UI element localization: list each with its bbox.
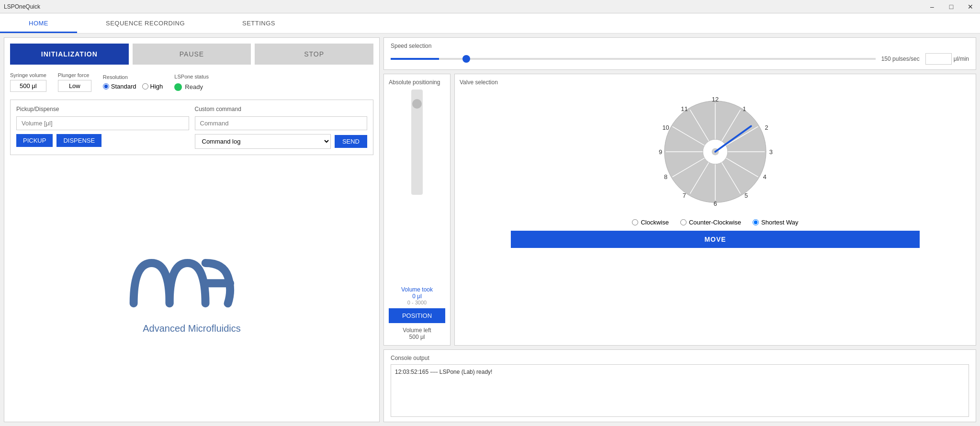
valve-label: Valve selection [460, 79, 971, 86]
title-bar: LSPOneQuick – □ ✕ [0, 0, 980, 13]
abs-pos-label: Absolute positioning [389, 79, 445, 86]
svg-text:7: 7 [683, 192, 686, 199]
counter-clockwise-label: Counter-Clockwise [689, 219, 741, 226]
command-row: Command log SEND [195, 134, 368, 149]
initialization-button[interactable]: INITIALIZATION [10, 44, 129, 65]
stop-button[interactable]: STOP [255, 44, 373, 65]
status-row: Ready [174, 83, 209, 91]
svg-text:6: 6 [713, 200, 717, 207]
left-panel: INITIALIZATION PAUSE STOP Syringe volume… [4, 37, 380, 422]
syringe-volume-value: 500 μl [10, 80, 46, 92]
volume-took-label: Volume took [389, 286, 445, 293]
svg-text:1: 1 [743, 105, 746, 112]
volume-left-label: Volume left [389, 327, 445, 334]
plunger-force-value: Low [58, 80, 91, 92]
speed-pulses-label: 150 pulses/sec [881, 56, 920, 62]
speed-unit: μl/min [954, 56, 969, 62]
clockwise-option[interactable]: Clockwise [632, 219, 669, 226]
syringe-volume-group: Syringe volume 500 μl [10, 72, 46, 92]
right-panel: Speed selection 150 pulses/sec 1500 μl/m… [383, 34, 980, 426]
pause-button[interactable]: PAUSE [133, 44, 251, 65]
tab-sequence-recording[interactable]: SEQUENCE RECORDING [77, 15, 214, 33]
maximize-button[interactable]: □ [942, 0, 961, 13]
svg-text:12: 12 [712, 96, 719, 103]
shortest-way-option[interactable]: Shortest Way [753, 219, 799, 226]
main-content: INITIALIZATION PAUSE STOP Syringe volume… [0, 34, 980, 426]
valve-section: Valve selection [454, 74, 976, 346]
pickup-dispense-section: Pickup/Dispense PICKUP DISPENSE [16, 106, 189, 149]
svg-text:4: 4 [763, 173, 766, 180]
logo-area: Advanced Microfluidics [10, 161, 373, 416]
middle-section: Absolute positioning Volume took 0 μl 0 … [383, 74, 976, 346]
plunger-force-label: Plunger force [58, 72, 91, 78]
command-log-select[interactable]: Command log [195, 134, 331, 149]
svg-text:8: 8 [664, 173, 667, 180]
syringe-volume-label: Syringe volume [10, 72, 46, 78]
volume-range: 0 - 3000 [389, 300, 445, 305]
shortest-way-radio[interactable] [753, 219, 759, 225]
valve-dial-svg: 12 1 2 3 4 5 6 7 8 9 10 11 [658, 94, 773, 209]
close-button[interactable]: ✕ [961, 0, 980, 13]
pickup-button[interactable]: PICKUP [16, 134, 53, 147]
tab-home[interactable]: HOME [0, 15, 77, 33]
volume-info: Volume took 0 μl 0 - 3000 [389, 286, 445, 305]
position-slider[interactable] [411, 90, 423, 195]
command-input[interactable] [195, 116, 368, 130]
console-section: Console output 12:03:52:165 ---- LSPone … [383, 349, 976, 422]
console-output[interactable]: 12:03:52:165 ---- LSPone (Lab) ready! [391, 364, 969, 417]
tab-settings[interactable]: SETTINGS [214, 15, 304, 33]
status-text: Ready [185, 83, 203, 90]
valve-content: 12 1 2 3 4 5 6 7 8 9 10 11 [460, 90, 971, 340]
action-buttons: PICKUP DISPENSE [16, 134, 189, 147]
volume-input[interactable] [16, 116, 189, 130]
volume-left: Volume left 500 μl [389, 327, 445, 340]
nav-tabs: HOME SEQUENCE RECORDING SETTINGS [0, 13, 980, 34]
console-log-entry: 12:03:52:165 ---- LSPone (Lab) ready! [395, 369, 492, 375]
resolution-label: Resolution [103, 74, 163, 80]
status-label: LSPone status [174, 74, 209, 79]
speed-slider[interactable] [391, 58, 876, 60]
custom-command-title: Custom command [195, 106, 368, 112]
clockwise-label: Clockwise [641, 219, 669, 226]
console-title: Console output [391, 355, 969, 361]
custom-command-section: Custom command Command log SEND [195, 106, 368, 149]
speed-value-group: 1500 μl/min [925, 53, 969, 65]
status-group: LSPone status Ready [174, 74, 209, 91]
speed-section: Speed selection 150 pulses/sec 1500 μl/m… [383, 37, 976, 70]
resolution-radio-row: Standard High [103, 83, 163, 90]
clockwise-radio[interactable] [632, 219, 638, 225]
resolution-standard-radio[interactable] [103, 83, 109, 90]
svg-text:11: 11 [681, 105, 687, 112]
resolution-standard-option[interactable]: Standard [103, 83, 136, 90]
command-area: Pickup/Dispense PICKUP DISPENSE Custom c… [10, 100, 373, 155]
slider-container [389, 90, 445, 282]
speed-value-input[interactable]: 1500 [925, 53, 952, 65]
speed-title: Speed selection [391, 43, 969, 49]
device-info: Syringe volume 500 μl Plunger force Low … [10, 70, 373, 94]
svg-text:2: 2 [765, 124, 768, 131]
app-title: LSPOneQuick [4, 3, 40, 10]
plunger-force-group: Plunger force Low [58, 72, 91, 92]
position-button[interactable]: POSITION [389, 308, 445, 323]
pickup-dispense-title: Pickup/Dispense [16, 106, 189, 112]
counter-clockwise-option[interactable]: Counter-Clockwise [680, 219, 741, 226]
clock-dial[interactable]: 12 1 2 3 4 5 6 7 8 9 10 11 [658, 94, 773, 209]
counter-clockwise-radio[interactable] [680, 219, 687, 225]
volume-took-value: 0 μl [389, 293, 445, 300]
move-button[interactable]: MOVE [511, 231, 920, 248]
svg-text:3: 3 [769, 148, 773, 156]
window-controls[interactable]: – □ ✕ [923, 0, 980, 13]
resolution-high-option[interactable]: High [142, 83, 163, 90]
speed-control: 150 pulses/sec 1500 μl/min [391, 53, 969, 65]
resolution-high-radio[interactable] [142, 83, 148, 90]
dispense-button[interactable]: DISPENSE [56, 134, 101, 147]
shortest-way-label: Shortest Way [761, 219, 799, 226]
company-name: Advanced Microfluidics [143, 323, 241, 334]
svg-text:5: 5 [744, 192, 748, 199]
svg-text:10: 10 [662, 124, 669, 131]
absolute-positioning-section: Absolute positioning Volume took 0 μl 0 … [383, 74, 451, 346]
minimize-button[interactable]: – [923, 0, 942, 13]
resolution-high-label: High [150, 83, 163, 90]
direction-row: Clockwise Counter-Clockwise Shortest Way [632, 219, 798, 226]
send-button[interactable]: SEND [335, 135, 367, 148]
